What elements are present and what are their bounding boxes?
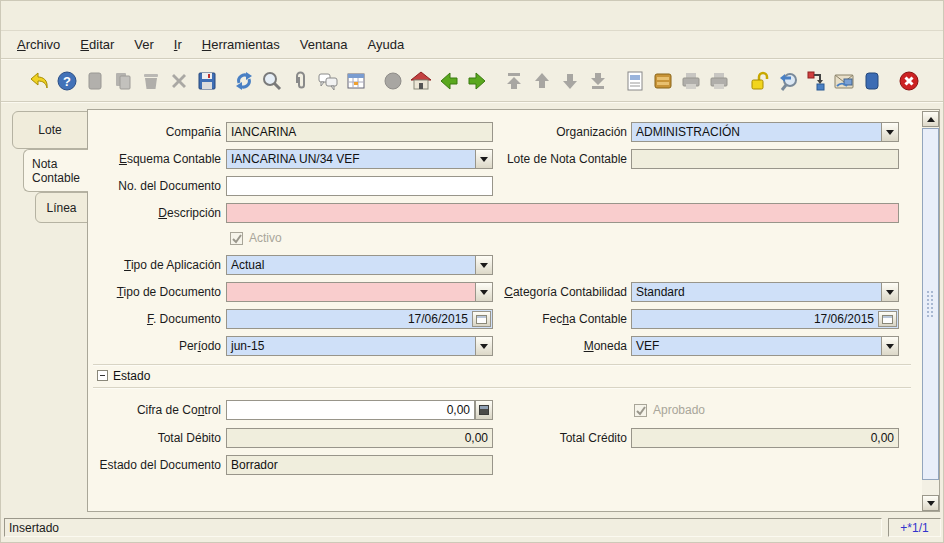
- requery-icon[interactable]: [775, 68, 801, 94]
- categoria-contabilidad-select[interactable]: Standard: [631, 282, 899, 302]
- organizacion-select[interactable]: ADMINISTRACIÓN: [631, 122, 899, 142]
- estado-collapse-toggle[interactable]: [97, 370, 108, 381]
- moneda-select[interactable]: VEF: [631, 336, 899, 356]
- f-documento-label: F. Documento: [89, 312, 221, 326]
- last-record-icon: [585, 68, 611, 94]
- section-divider: [93, 387, 911, 388]
- total-debito-label: Total Débito: [89, 431, 221, 445]
- tab-linea[interactable]: Línea: [35, 192, 88, 223]
- esquema-contable-value: IANCARINA UN/34 VEF: [231, 152, 360, 166]
- periodo-select[interactable]: jun-15: [226, 336, 493, 356]
- tab-nota-contable[interactable]: Nota Contable: [23, 149, 88, 192]
- lote-nota-label: Lote de Nota Contable: [495, 152, 627, 166]
- scroll-up-icon[interactable]: [922, 111, 939, 127]
- archive-icon[interactable]: [650, 68, 676, 94]
- descripcion-input[interactable]: [226, 203, 899, 223]
- exit-icon[interactable]: [896, 68, 922, 94]
- find-icon[interactable]: [259, 68, 285, 94]
- calculator-icon[interactable]: [475, 400, 493, 420]
- categoria-contabilidad-label: Categoría Contabilidad: [495, 285, 627, 299]
- f-documento-value: 17/06/2015: [408, 312, 468, 326]
- menu-ver[interactable]: Ver: [124, 33, 164, 56]
- categoria-contabilidad-value: Standard: [636, 285, 685, 299]
- chevron-down-icon[interactable]: [475, 337, 492, 355]
- new-record-icon: [82, 68, 108, 94]
- record-info[interactable]: +*1/1: [888, 518, 941, 537]
- total-debito-field: 0,00: [226, 428, 493, 448]
- vertical-scrollbar[interactable]: [922, 111, 939, 511]
- delete-record-icon: [138, 68, 164, 94]
- undo-icon[interactable]: [26, 68, 52, 94]
- chevron-down-icon[interactable]: [881, 337, 898, 355]
- previous-record-icon[interactable]: [436, 68, 462, 94]
- delete-selection-icon: [166, 68, 192, 94]
- chevron-down-icon[interactable]: [475, 283, 492, 301]
- organizacion-label: Organización: [495, 125, 627, 139]
- menu-archivo[interactable]: Archivo: [7, 33, 70, 56]
- chevron-down-icon[interactable]: [881, 123, 898, 141]
- moneda-value: VEF: [636, 339, 659, 353]
- request-mail-icon[interactable]: [831, 68, 857, 94]
- parent-record-icon: [529, 68, 555, 94]
- section-divider: [93, 364, 911, 365]
- menu-ayuda[interactable]: Ayuda: [358, 33, 415, 56]
- tab-linea-label: Línea: [46, 201, 76, 215]
- scroll-down-icon[interactable]: [922, 495, 939, 511]
- checkmark-icon: [230, 232, 243, 245]
- menu-herramientas[interactable]: Herramientas: [192, 33, 290, 56]
- help-icon[interactable]: ?: [54, 68, 80, 94]
- refresh-icon[interactable]: [231, 68, 257, 94]
- calendar-icon[interactable]: [472, 311, 491, 327]
- menu-ir[interactable]: Ir: [164, 33, 192, 56]
- chevron-down-icon[interactable]: [881, 283, 898, 301]
- estado-documento-label: Estado del Documento: [89, 458, 221, 472]
- aprobado-label: Aprobado: [653, 403, 705, 417]
- workflow-icon[interactable]: [803, 68, 829, 94]
- estado-section-label: Estado: [113, 369, 150, 383]
- attachment-icon[interactable]: [287, 68, 313, 94]
- ignore-icon: [380, 68, 406, 94]
- checkmark-icon: [634, 404, 647, 417]
- grid-toggle-icon[interactable]: [343, 68, 369, 94]
- tipo-documento-select[interactable]: [226, 282, 493, 302]
- lock-icon[interactable]: [747, 68, 773, 94]
- esquema-contable-select[interactable]: IANCARINA UN/34 VEF: [226, 149, 493, 169]
- no-documento-label: No. del Documento: [89, 179, 221, 193]
- chevron-down-icon[interactable]: [475, 150, 492, 168]
- detail-record-icon: [557, 68, 583, 94]
- menu-editar[interactable]: Editar: [70, 33, 124, 56]
- lote-nota-field: [631, 149, 899, 169]
- tab-lote[interactable]: Lote: [12, 111, 88, 149]
- status-message: Insertado: [4, 518, 882, 537]
- aprobado-checkbox: Aprobado: [634, 403, 705, 417]
- next-record-icon[interactable]: [464, 68, 490, 94]
- organizacion-value: ADMINISTRACIÓN: [636, 125, 740, 139]
- scrollbar-grip: [926, 290, 935, 318]
- scrollbar-thumb[interactable]: [922, 128, 939, 480]
- chat-icon[interactable]: [315, 68, 341, 94]
- copy-record-icon: [110, 68, 136, 94]
- app-window: Archivo Editar Ver Ir Herramientas Venta…: [0, 0, 944, 543]
- menu-ventana[interactable]: Ventana: [290, 33, 358, 56]
- report-icon[interactable]: [622, 68, 648, 94]
- periodo-label: Período: [89, 339, 221, 353]
- descripcion-label: Descripción: [89, 206, 221, 220]
- toolbar: ?: [1, 60, 944, 102]
- home-icon[interactable]: [408, 68, 434, 94]
- archive-document-icon[interactable]: [859, 68, 885, 94]
- chevron-down-icon[interactable]: [475, 256, 492, 274]
- esquema-contable-label: Esquema Contable: [89, 152, 221, 166]
- print-preview-icon: [706, 68, 732, 94]
- tab-nota-contable-label: Nota Contable: [24, 157, 88, 185]
- save-icon[interactable]: [194, 68, 220, 94]
- first-record-icon: [501, 68, 527, 94]
- tipo-aplicacion-select[interactable]: Actual: [226, 255, 493, 275]
- no-documento-input[interactable]: [226, 176, 493, 196]
- tipo-aplicacion-label: Tipo de Aplicación: [89, 258, 221, 272]
- fecha-contable-date[interactable]: 17/06/2015: [631, 309, 899, 329]
- calendar-icon[interactable]: [878, 311, 897, 327]
- estado-documento-field: Borrador: [226, 455, 493, 475]
- activo-checkbox: Activo: [230, 231, 282, 245]
- cifra-control-input[interactable]: 0,00: [226, 400, 475, 420]
- f-documento-date[interactable]: 17/06/2015: [226, 309, 493, 329]
